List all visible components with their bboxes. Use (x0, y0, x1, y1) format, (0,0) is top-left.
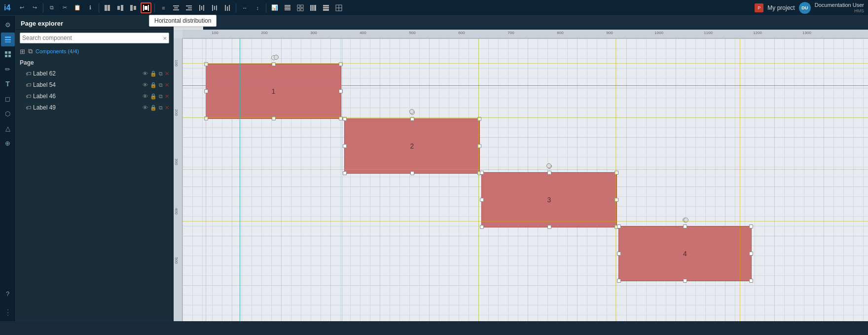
svg-rect-4 (130, 5, 133, 11)
search-input[interactable] (22, 35, 163, 41)
copy-icon[interactable]: ⧉ (28, 47, 33, 55)
component-item-label49[interactable]: 🏷 Label 49 👁 🔒 ⧉ ✕ (16, 102, 173, 113)
ruler-tick: 100 (212, 31, 218, 35)
svg-rect-37 (323, 9, 329, 11)
align-ch-button[interactable] (171, 2, 181, 13)
lock-icon[interactable]: 🔒 (150, 71, 157, 77)
expand-icon[interactable]: ⊞ (20, 48, 25, 55)
handle-br-4[interactable] (749, 279, 753, 283)
sidebar-drag[interactable]: ⋮ (1, 305, 15, 319)
align-center-button[interactable] (115, 2, 126, 13)
sidebar-text[interactable]: T (1, 77, 15, 91)
sidebar-triangle[interactable]: △ (1, 121, 15, 135)
align-top-left-button[interactable] (102, 2, 113, 13)
svg-rect-20 (216, 5, 217, 10)
align-r-button[interactable] (183, 2, 194, 13)
sidebar-help[interactable]: ? (1, 287, 15, 300)
search-clear-icon[interactable]: × (163, 35, 167, 42)
tooltip-box: Horizontal distribution (149, 15, 217, 27)
rot-circle-2[interactable] (409, 109, 414, 114)
ruler-tick: 600 (458, 31, 465, 35)
sidebar-layers[interactable] (1, 33, 15, 46)
handle-tm-3[interactable] (547, 171, 551, 175)
handle-tl-4[interactable] (617, 224, 621, 228)
handle-mr-4[interactable] (749, 252, 753, 256)
handle-bl-2[interactable] (343, 171, 347, 175)
rot-circle-4[interactable] (684, 218, 688, 223)
align-t-button[interactable] (196, 2, 207, 13)
sidebar-hex[interactable]: ⬡ (1, 107, 15, 120)
canvas-grid[interactable]: 1 2 (182, 38, 868, 321)
svg-rect-5 (134, 6, 136, 10)
canvas-shape-4[interactable]: 4 (618, 226, 752, 281)
lock-icon[interactable]: 🔒 (150, 82, 157, 88)
eye-icon[interactable]: 👁 (143, 71, 148, 76)
handle-bl-4[interactable] (617, 279, 621, 283)
grid-button[interactable] (295, 2, 306, 13)
handle-tm-4[interactable] (683, 224, 687, 228)
align-right-button[interactable] (128, 2, 139, 13)
sep2 (99, 3, 99, 12)
canvas-shape-3[interactable]: 3 (481, 172, 617, 227)
component-item-label62[interactable]: 🏷 Label 62 👁 🔒 ⧉ ✕ (16, 68, 173, 79)
sidebar-brush[interactable]: ✏ (1, 62, 15, 76)
align-l-button[interactable]: ≡ (158, 2, 169, 13)
component-item-label46[interactable]: 🏷 Label 46 👁 🔒 ⧉ ✕ (16, 91, 173, 102)
copy-action-icon[interactable]: ⧉ (159, 93, 163, 100)
info-button[interactable]: ℹ (85, 2, 96, 13)
eye-icon[interactable]: 👁 (143, 93, 148, 99)
ruler-tick: 300 (174, 158, 179, 165)
table-button[interactable] (282, 2, 293, 13)
delete-icon[interactable]: ✕ (165, 71, 169, 77)
redo-button[interactable]: ↪ (29, 2, 40, 13)
cut-button[interactable]: ✂ (59, 2, 70, 13)
handle-bm-4[interactable] (683, 279, 687, 283)
handle-ml-4[interactable] (617, 252, 621, 256)
handle-ml-2[interactable] (343, 144, 347, 148)
handle-tl-3[interactable] (480, 171, 484, 175)
copy-action-icon[interactable]: ⧉ (159, 82, 163, 88)
handle-ml-3[interactable] (480, 198, 484, 202)
svg-rect-26 (285, 8, 290, 9)
rot-circle-1[interactable] (274, 55, 279, 60)
handle-bm-3[interactable] (547, 225, 551, 229)
copy-button[interactable]: ⧉ (46, 2, 57, 13)
align-b-button[interactable] (222, 2, 233, 13)
handle-bl-3[interactable] (480, 225, 484, 229)
dist-v-button[interactable]: ↕ (252, 2, 263, 13)
paste-button[interactable]: 📋 (72, 2, 83, 13)
sidebar-shapes[interactable]: ◻ (1, 92, 15, 106)
handle-ml-1[interactable] (204, 89, 208, 93)
canvas-shape-2[interactable]: 2 (344, 118, 480, 174)
handle-tr-4[interactable] (749, 224, 753, 228)
cols-button[interactable] (308, 2, 319, 13)
ruler-tick: 200 (261, 31, 267, 35)
rot-circle-3[interactable] (546, 163, 551, 168)
dist-h-button[interactable]: ↔ (239, 2, 250, 13)
sidebar-components[interactable] (1, 47, 15, 61)
svg-rect-29 (301, 5, 303, 7)
sidebar-plus[interactable]: ⊕ (1, 136, 15, 150)
search-input-wrap[interactable]: × (20, 33, 169, 43)
rows-button[interactable] (321, 2, 331, 13)
align-cv-button[interactable] (209, 2, 220, 13)
eye-icon[interactable]: 👁 (143, 105, 148, 111)
eye-icon[interactable]: 👁 (143, 82, 148, 88)
explorer-panel: Page explorer × ⊞ ⧉ Components (4/4) Pag… (16, 16, 174, 321)
lock-icon[interactable]: 🔒 (150, 105, 157, 111)
undo-button[interactable]: ↩ (16, 2, 27, 13)
delete-icon[interactable]: ✕ (165, 82, 169, 88)
spread-button[interactable] (333, 2, 344, 13)
copy-action-icon[interactable]: ⧉ (159, 105, 163, 111)
sidebar-settings[interactable]: ⚙ (1, 18, 15, 32)
component-item-label54[interactable]: 🏷 Label 54 👁 🔒 ⧉ ✕ (16, 79, 173, 91)
canvas-shape-1[interactable]: 1 (206, 64, 341, 119)
delete-icon[interactable]: ✕ (165, 93, 169, 100)
copy-action-icon[interactable]: ⧉ (159, 71, 163, 77)
lock-icon[interactable]: 🔒 (150, 93, 157, 100)
handle-bm-2[interactable] (410, 171, 414, 175)
delete-icon[interactable]: ✕ (165, 105, 169, 111)
bar-chart-button[interactable]: 📊 (269, 2, 280, 13)
canvas-area[interactable]: 100 200 300 400 500 600 700 800 900 1000… (174, 30, 868, 321)
h-dist-button[interactable] (141, 2, 151, 13)
